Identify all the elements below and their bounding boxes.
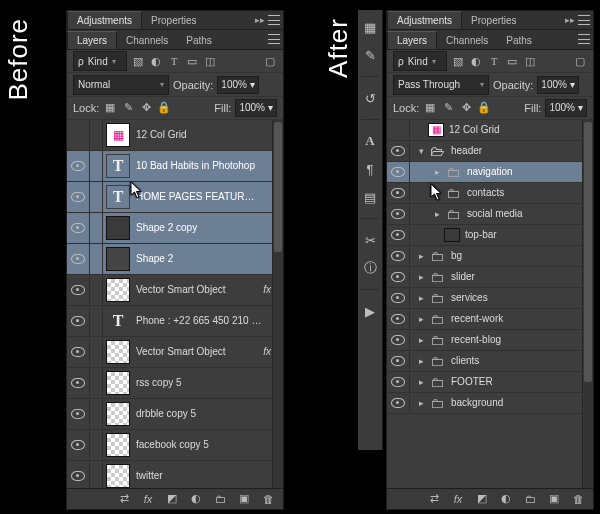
layer-row[interactable]: ▸🗀recent-blog <box>387 330 593 351</box>
visibility-toggle[interactable] <box>387 246 410 266</box>
visibility-toggle[interactable] <box>67 275 90 305</box>
panel-menu-icon[interactable] <box>268 15 280 25</box>
trash-icon[interactable]: 🗑 <box>571 493 585 505</box>
actions-icon[interactable]: ▶ <box>361 302 379 320</box>
visibility-toggle[interactable] <box>387 225 410 245</box>
history-icon[interactable]: ↺ <box>361 89 379 107</box>
styles-icon[interactable]: ▤ <box>361 188 379 206</box>
blend-mode-dropdown[interactable]: Pass Through▾ <box>393 75 489 95</box>
layer-row[interactable]: ▸🗀navigation <box>387 162 593 183</box>
layer-row[interactable]: ▸🗀social media <box>387 204 593 225</box>
visibility-toggle[interactable] <box>387 288 410 308</box>
layer-row[interactable]: Vector Smart Objectfx▾ <box>67 275 283 306</box>
trash-icon[interactable]: 🗑 <box>261 493 275 505</box>
filter-adjust-icon[interactable]: ◐ <box>149 55 163 68</box>
visibility-toggle[interactable] <box>67 151 90 181</box>
layer-row[interactable]: ▸🗀services <box>387 288 593 309</box>
filter-text-icon[interactable]: T <box>167 55 181 67</box>
visibility-toggle[interactable] <box>67 430 90 460</box>
visibility-toggle[interactable] <box>67 306 90 336</box>
group-icon[interactable]: 🗀 <box>213 493 227 505</box>
disclosure-closed-icon[interactable]: ▸ <box>416 377 426 387</box>
panel-menu-icon[interactable] <box>578 34 590 44</box>
layer-row[interactable]: TPhone : +22 665 450 210 … <box>67 306 283 337</box>
layer-row[interactable]: ▸🗀background <box>387 393 593 414</box>
tab-paths[interactable]: Paths <box>177 32 221 49</box>
filter-shape-icon[interactable]: ▭ <box>185 55 199 68</box>
tab-channels[interactable]: Channels <box>437 32 497 49</box>
layer-row[interactable]: top-bar <box>387 225 593 246</box>
visibility-toggle[interactable] <box>67 461 90 488</box>
brush-icon[interactable]: ✎ <box>361 46 379 64</box>
tab-adjustments[interactable]: Adjustments <box>387 11 462 29</box>
lock-position-icon[interactable]: ✥ <box>459 101 473 114</box>
layer-row[interactable]: ▸🗀clients <box>387 351 593 372</box>
opacity-value[interactable]: 100%▾ <box>537 76 579 94</box>
filter-adjust-icon[interactable]: ◐ <box>469 55 483 68</box>
fx-badge[interactable]: fx <box>263 346 271 357</box>
ruler-icon[interactable]: ✂ <box>361 231 379 249</box>
lock-all-icon[interactable]: 🔒 <box>477 101 491 114</box>
layer-row[interactable]: ▾🗁header <box>387 141 593 162</box>
disclosure-closed-icon[interactable]: ▸ <box>416 335 426 345</box>
lock-transparency-icon[interactable]: ▦ <box>103 101 117 114</box>
info-icon[interactable]: ⓘ <box>361 259 379 277</box>
disclosure-closed-icon[interactable]: ▸ <box>432 209 442 219</box>
layer-row[interactable]: ▸🗀slider <box>387 267 593 288</box>
disclosure-closed-icon[interactable]: ▸ <box>416 356 426 366</box>
filter-toggle[interactable]: ▢ <box>263 55 277 68</box>
disclosure-closed-icon[interactable]: ▸ <box>416 293 426 303</box>
visibility-toggle[interactable] <box>387 162 410 182</box>
new-layer-icon[interactable]: ▣ <box>547 492 561 505</box>
fill-value[interactable]: 100%▾ <box>235 99 277 117</box>
layer-row[interactable]: twitter <box>67 461 283 488</box>
visibility-toggle[interactable] <box>67 213 90 243</box>
collapse-icon[interactable]: ▸▸ <box>255 15 265 25</box>
visibility-toggle[interactable] <box>387 267 410 287</box>
disclosure-closed-icon[interactable]: ▸ <box>416 251 426 261</box>
link-layers-icon[interactable]: ⇄ <box>117 492 131 505</box>
scroll-thumb[interactable] <box>274 122 282 252</box>
layer-row[interactable]: Shape 2 <box>67 244 283 275</box>
visibility-toggle[interactable] <box>387 372 410 392</box>
layer-row[interactable]: THOME PAGES FEATUR… <box>67 182 283 213</box>
scrollbar[interactable] <box>582 120 593 488</box>
paragraph-icon[interactable]: ¶ <box>361 160 379 178</box>
panel-menu-icon[interactable] <box>578 15 590 25</box>
filter-kind-dropdown[interactable]: ρKind▾ <box>393 51 447 71</box>
visibility-toggle[interactable] <box>67 399 90 429</box>
visibility-toggle[interactable] <box>387 351 410 371</box>
visibility-toggle[interactable] <box>387 309 410 329</box>
layer-row[interactable]: ▸🗀FOOTER <box>387 372 593 393</box>
layer-row[interactable]: Shape 2 copy <box>67 213 283 244</box>
blend-mode-dropdown[interactable]: Normal▾ <box>73 75 169 95</box>
visibility-toggle[interactable] <box>67 120 90 150</box>
filter-smart-icon[interactable]: ◫ <box>203 55 217 68</box>
visibility-toggle[interactable] <box>67 337 90 367</box>
layer-row[interactable]: ▸🗀bg <box>387 246 593 267</box>
fill-value[interactable]: 100%▾ <box>545 99 587 117</box>
filter-smart-icon[interactable]: ◫ <box>523 55 537 68</box>
adjustment-layer-icon[interactable]: ◐ <box>499 492 513 505</box>
mask-icon[interactable]: ◩ <box>475 492 489 505</box>
tab-channels[interactable]: Channels <box>117 32 177 49</box>
filter-pixel-icon[interactable]: ▧ <box>451 55 465 68</box>
adjustment-layer-icon[interactable]: ◐ <box>189 492 203 505</box>
lock-paint-icon[interactable]: ✎ <box>441 101 455 114</box>
disclosure-closed-icon[interactable]: ▸ <box>416 398 426 408</box>
panel-menu-icon[interactable] <box>268 34 280 44</box>
scrollbar[interactable] <box>272 120 283 488</box>
layer-row[interactable]: facebook copy 5 <box>67 430 283 461</box>
filter-toggle[interactable]: ▢ <box>573 55 587 68</box>
mask-icon[interactable]: ◩ <box>165 492 179 505</box>
filter-shape-icon[interactable]: ▭ <box>505 55 519 68</box>
layer-row[interactable]: T10 Bad Habits in Photohop <box>67 151 283 182</box>
visibility-toggle[interactable] <box>67 182 90 212</box>
visibility-toggle[interactable] <box>387 141 410 161</box>
tab-layers[interactable]: Layers <box>387 31 437 49</box>
scroll-thumb[interactable] <box>584 122 592 382</box>
filter-pixel-icon[interactable]: ▧ <box>131 55 145 68</box>
disclosure-closed-icon[interactable]: ▸ <box>432 167 442 177</box>
visibility-toggle[interactable] <box>387 204 410 224</box>
visibility-toggle[interactable] <box>387 330 410 350</box>
